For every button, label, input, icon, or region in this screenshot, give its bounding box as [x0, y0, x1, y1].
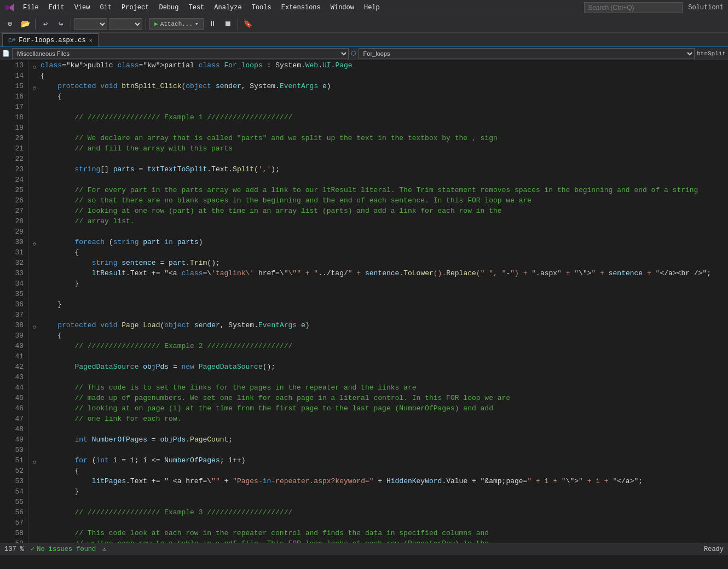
nav-member-label: btnSplit: [697, 50, 726, 57]
line-num-13: 13: [2, 60, 24, 71]
code-text-26: // so that there are no blank spaces in …: [41, 195, 531, 206]
issues-text: No issues found: [37, 545, 96, 553]
line-num-53: 53: [2, 476, 24, 486]
code-text-21: // and fill the array with this parts: [41, 143, 233, 154]
attach-button[interactable]: ▶ Attach... ▾: [149, 18, 204, 30]
code-line-40: // ///////////////// Example 2 /////////…: [33, 341, 724, 351]
line-num-36: 36: [2, 299, 24, 310]
file-tab[interactable]: C# For-loops.aspx.cs ✕: [2, 33, 99, 47]
code-text-32: string sentence = part.Trim();: [41, 258, 220, 268]
menu-extensions[interactable]: Extensions: [277, 3, 325, 13]
code-line-38: ⊖ protected void Page_Load(object sender…: [33, 320, 724, 330]
code-line-21: // and fill the array with this parts: [33, 143, 724, 154]
code-text-42: PagedDataSource objPds = new PagedDataSo…: [41, 362, 275, 372]
code-line-26: // so that there are no blank spaces in …: [33, 195, 724, 206]
open-btn[interactable]: 📂: [19, 18, 32, 31]
menu-project[interactable]: Project: [117, 3, 153, 13]
code-line-18: // ///////////////// Example 1 /////////…: [33, 112, 724, 123]
code-line-56: // ///////////////// Example 3 /////////…: [33, 507, 724, 518]
code-text-54: }: [41, 486, 79, 497]
fold-btn-38[interactable]: ⊖: [33, 322, 39, 329]
code-text-39: {: [41, 330, 62, 341]
line-num-41: 41: [2, 351, 24, 362]
line-num-37: 37: [2, 310, 24, 320]
code-text-38: protected void Page_Load(object sender, …: [41, 320, 310, 330]
fold-btn-15[interactable]: ⊖: [33, 83, 39, 90]
undo-btn[interactable]: ↩: [39, 18, 52, 31]
sep3: [146, 19, 146, 30]
code-line-15: ⊖ protected void btnSplit_Click(object s…: [33, 81, 724, 91]
line-num-52: 52: [2, 466, 24, 476]
line-num-47: 47: [2, 414, 24, 424]
bookmarks-btn[interactable]: 🔖: [241, 18, 255, 31]
tab-close[interactable]: ✕: [89, 37, 93, 44]
stop-btn[interactable]: ⏹: [221, 18, 234, 31]
code-line-58: // This code look at each row in the rep…: [33, 528, 724, 538]
code-text-50: [41, 445, 45, 455]
menu-analyze[interactable]: Analyze: [210, 3, 246, 13]
code-text-19: [41, 123, 45, 133]
line-num-26: 26: [2, 195, 24, 206]
code-line-28: // array list.: [33, 216, 724, 227]
code-text-25: // For every part in the parts array we …: [41, 185, 698, 195]
fold-btn-30[interactable]: ⊖: [33, 239, 39, 246]
code-text-40: // ///////////////// Example 2 /////////…: [41, 341, 292, 351]
code-line-49: int NumberOfPages = objPds.PageCount;: [33, 434, 724, 445]
code-line-55: [33, 497, 724, 507]
code-line-17: [33, 102, 724, 112]
code-text-59: // writes each row to a table in a pdf-f…: [41, 538, 489, 543]
code-line-44: // This code is to set the links for the…: [33, 382, 724, 393]
code-line-59: // writes each row to a table in a pdf-f…: [33, 538, 724, 543]
issues-indicator: ✓ No issues found: [31, 545, 96, 553]
code-content[interactable]: ⊖class="kw">public class="kw">partial cl…: [28, 60, 728, 543]
menu-help[interactable]: Help: [360, 3, 384, 13]
line-num-40: 40: [2, 341, 24, 351]
code-text-48: [41, 424, 45, 434]
menu-git[interactable]: Git: [95, 3, 116, 13]
config-dropdown[interactable]: [74, 18, 107, 30]
code-text-51: for (int i = 1; i <= NumberOfPages; i++): [41, 455, 246, 466]
warning-icon: ⚠: [102, 545, 106, 553]
code-text-18: // ///////////////// Example 1 /////////…: [41, 112, 292, 123]
menu-test[interactable]: Test: [184, 3, 209, 13]
code-line-30: ⊖ foreach (string part in parts): [33, 237, 724, 247]
line-num-49: 49: [2, 434, 24, 445]
attach-label: Attach...: [160, 21, 193, 27]
nav-member-dropdown[interactable]: For_loops: [359, 48, 695, 59]
new-btn[interactable]: ⊕: [3, 18, 16, 31]
code-text-46: // looking at on page (i) at the time fr…: [41, 403, 493, 414]
pause-btn[interactable]: ⏸: [206, 18, 219, 31]
code-line-19: [33, 123, 724, 133]
line-num-32: 32: [2, 258, 24, 268]
line-num-50: 50: [2, 445, 24, 455]
fold-btn-13[interactable]: ⊖: [33, 62, 39, 69]
code-text-43: [41, 372, 45, 382]
code-text-29: [41, 227, 45, 237]
code-text-30: foreach (string part in parts): [41, 237, 203, 247]
code-text-36: }: [41, 299, 62, 310]
code-line-36: }: [33, 299, 724, 310]
platform-dropdown[interactable]: [109, 18, 142, 30]
line-numbers: 1314151617181920212223242526272829303132…: [0, 60, 28, 543]
line-num-58: 58: [2, 528, 24, 538]
code-text-58: // This code look at each row in the rep…: [41, 528, 489, 538]
menu-edit[interactable]: Edit: [44, 3, 69, 13]
menu-debug[interactable]: Debug: [154, 3, 183, 13]
code-text-28: // array list.: [41, 216, 135, 227]
code-line-52: {: [33, 466, 724, 476]
menu-window[interactable]: Window: [326, 3, 359, 13]
code-text-27: // looking at one row (part) at the time…: [41, 206, 502, 216]
bottom-status-bar: 107 % ✓ No issues found ⚠ Ready: [0, 543, 728, 555]
menu-file[interactable]: File: [19, 3, 43, 13]
attach-arrow: ▾: [195, 20, 199, 27]
menu-view[interactable]: View: [70, 3, 95, 13]
line-num-17: 17: [2, 102, 24, 112]
redo-btn[interactable]: ↪: [54, 18, 67, 31]
code-text-44: // This code is to set the links for the…: [41, 382, 417, 393]
menu-tools[interactable]: Tools: [247, 3, 276, 13]
nav-scope-dropdown[interactable]: Miscellaneous Files: [12, 48, 349, 59]
code-text-13: class="kw">public class="kw">partial cla…: [41, 60, 353, 71]
fold-btn-51[interactable]: ⊖: [33, 457, 39, 464]
line-num-22: 22: [2, 154, 24, 164]
search-input[interactable]: [584, 2, 683, 13]
